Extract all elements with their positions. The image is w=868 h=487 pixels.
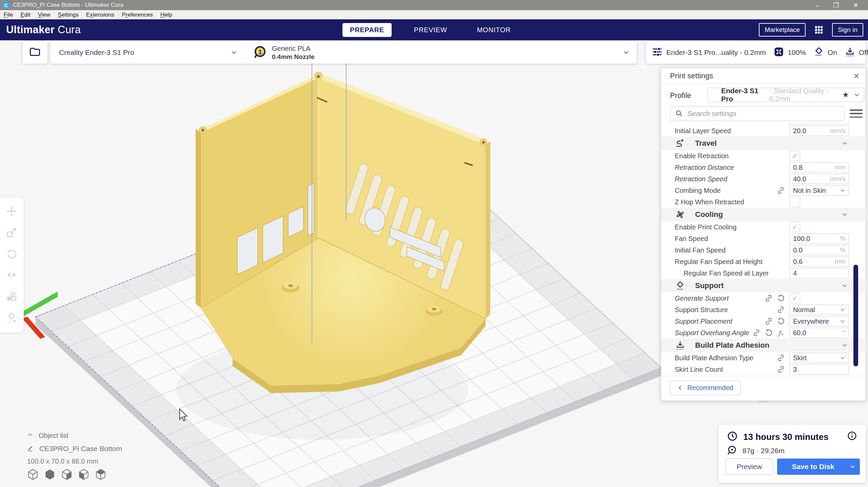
regular-fan-speed-at-layer-input[interactable]: 4 bbox=[789, 268, 849, 278]
view-cube-3d-button[interactable] bbox=[26, 469, 39, 482]
chevron-left-icon bbox=[677, 385, 683, 391]
menu-item-extensions[interactable]: Extensions bbox=[82, 10, 118, 19]
link-icon[interactable] bbox=[776, 305, 785, 314]
support-placement-select[interactable]: Everywhere bbox=[789, 316, 849, 326]
build-plate-adhesion-type-select[interactable]: Skirt bbox=[789, 353, 849, 363]
link-icon[interactable] bbox=[776, 353, 785, 362]
setting-row-regular-fan-speed-at-height: Regular Fan Speed at Height0.6mm bbox=[661, 256, 866, 267]
recommended-mode-button[interactable]: Recommended bbox=[670, 380, 741, 395]
support-structure-select[interactable]: Normal bbox=[789, 305, 849, 315]
pencil-icon bbox=[26, 444, 35, 453]
tool-scale-button[interactable] bbox=[5, 226, 18, 240]
z-hop-when-retracted-checkbox[interactable] bbox=[789, 197, 800, 207]
setting-label: Enable Print Cooling bbox=[675, 223, 736, 231]
settings-section-support[interactable]: Support bbox=[661, 279, 866, 292]
section-label: Travel bbox=[695, 139, 717, 148]
info-icon[interactable] bbox=[847, 431, 857, 442]
regular-fan-speed-at-height-input[interactable]: 0.6mm bbox=[789, 257, 849, 267]
generate-support-checkbox[interactable]: ✓ bbox=[789, 293, 800, 303]
object-list-item[interactable]: CE3PRO_Pi Case Bottom bbox=[26, 444, 169, 453]
close-icon[interactable]: ✕ bbox=[853, 2, 859, 8]
search-input[interactable]: Search settings bbox=[670, 106, 845, 121]
chevron-down-icon bbox=[841, 342, 848, 349]
menu-item-view[interactable]: View bbox=[34, 10, 54, 19]
settings-section-travel[interactable]: Travel bbox=[661, 137, 866, 150]
restore-icon[interactable]: ❐ bbox=[833, 2, 839, 8]
profile-name: Ender-3 S1 Pro bbox=[721, 87, 767, 103]
menu-item-file[interactable]: File bbox=[0, 10, 17, 19]
enable-retraction-checkbox[interactable]: ✓ bbox=[789, 151, 800, 161]
tab-monitor[interactable]: MONITOR bbox=[470, 23, 518, 37]
material-selector[interactable]: 1 Generic PLA 0.4mm Nozzle bbox=[246, 41, 637, 64]
save-to-disk-button[interactable]: Save to Disk bbox=[777, 459, 860, 475]
chevron-up-icon bbox=[26, 431, 34, 440]
settings-menu-icon[interactable] bbox=[850, 108, 863, 119]
fan-speed-input[interactable]: 100.0% bbox=[789, 234, 849, 244]
panel-resize-handle[interactable]: ••• bbox=[759, 399, 768, 406]
link-icon[interactable] bbox=[764, 294, 773, 303]
summary-profile: Ender-3 S1 Pro...uality - 0.2mm bbox=[666, 48, 766, 57]
link-icon[interactable] bbox=[776, 365, 785, 374]
setting-unit: mm bbox=[835, 164, 846, 171]
settings-section-build-plate-adhesion[interactable]: Build Plate Adhesion bbox=[661, 339, 866, 352]
support-icon bbox=[813, 46, 824, 59]
retraction-speed-input[interactable]: 40.0mm/s bbox=[789, 174, 849, 184]
setting-icons bbox=[776, 365, 785, 374]
adhesion-icon bbox=[845, 46, 855, 59]
tab-preview[interactable]: PREVIEW bbox=[407, 23, 455, 37]
initial-fan-speed-input[interactable]: 0.0% bbox=[789, 245, 849, 255]
open-file-button[interactable] bbox=[22, 41, 47, 64]
view-cube-top-button[interactable] bbox=[94, 469, 107, 482]
stage-tabs: PREPAREPREVIEWMONITOR bbox=[342, 19, 518, 40]
tool-rotate-button[interactable] bbox=[5, 248, 18, 261]
tool-per-model-settings-button[interactable] bbox=[5, 290, 18, 304]
star-icon[interactable]: ★ bbox=[842, 90, 849, 99]
setting-unit: % bbox=[840, 235, 846, 242]
setting-input[interactable] bbox=[789, 122, 849, 124]
apps-grid-icon[interactable] bbox=[814, 25, 824, 35]
tool-sidebar bbox=[0, 197, 24, 333]
fx-icon[interactable]: ƒₓ bbox=[776, 328, 785, 337]
menu-item-edit[interactable]: Edit bbox=[17, 10, 34, 19]
profile-dropdown[interactable]: Ender-3 S1 Pro - Standard Quality - 0.2m… bbox=[707, 88, 864, 102]
retraction-distance-input[interactable]: 0.8mm bbox=[789, 162, 849, 173]
close-icon[interactable]: × bbox=[854, 71, 859, 81]
tool-mirror-button[interactable] bbox=[5, 269, 18, 282]
minimize-icon[interactable]: – bbox=[815, 2, 819, 8]
enable-print-cooling-checkbox[interactable]: ✓ bbox=[789, 222, 800, 232]
link-icon[interactable] bbox=[764, 317, 773, 326]
model-dimensions: 100.0 x 70.0 x 88.0 mm bbox=[27, 458, 169, 465]
combing-mode-select[interactable]: Not in Skin bbox=[789, 185, 849, 196]
revert-icon[interactable] bbox=[776, 317, 785, 326]
menu-item-preferences[interactable]: Preferences bbox=[118, 10, 157, 19]
link-icon[interactable] bbox=[776, 186, 785, 195]
support-overhang-angle-input[interactable]: 60.0° bbox=[789, 328, 849, 338]
settings-section-cooling[interactable]: Cooling bbox=[661, 208, 866, 221]
tool-support-blocker-button[interactable] bbox=[5, 311, 18, 325]
view-cube-left-button[interactable] bbox=[77, 469, 90, 482]
tab-prepare[interactable]: PREPARE bbox=[342, 23, 392, 37]
setting-row-build-plate-adhesion-type: Build Plate Adhesion TypeSkirt bbox=[661, 352, 866, 364]
initial-layer-speed-input[interactable]: 20.0mm/s bbox=[789, 126, 849, 136]
mirror-icon bbox=[6, 269, 17, 282]
skirt-line-count-input[interactable]: 3 bbox=[789, 364, 849, 374]
panel-scrollbar[interactable] bbox=[853, 265, 858, 366]
tool-move-button[interactable] bbox=[5, 205, 18, 219]
marketplace-button[interactable]: Marketplace bbox=[759, 23, 806, 37]
setting-label: Skirt Line Count bbox=[675, 366, 723, 373]
action-panel: 13 hours 30 minutes 87g · 29.26m Preview… bbox=[718, 425, 866, 483]
menu-item-help[interactable]: Help bbox=[157, 10, 176, 19]
preview-button[interactable]: Preview bbox=[726, 459, 773, 475]
sign-in-button[interactable]: Sign in bbox=[832, 23, 863, 37]
menu-item-settings[interactable]: Settings bbox=[54, 10, 82, 19]
view-cube-solid-button[interactable] bbox=[43, 469, 56, 482]
configuration-bar: Creality Ender-3 S1 Pro 1 Generic PLA 0.… bbox=[50, 41, 637, 64]
print-settings-summary[interactable]: Ender-3 S1 Pro...uality - 0.2mm 100% On … bbox=[646, 41, 866, 64]
revert-icon[interactable] bbox=[776, 294, 785, 303]
setting-value: 4 bbox=[793, 269, 797, 277]
revert-icon[interactable] bbox=[764, 328, 773, 337]
printer-selector[interactable]: Creality Ender-3 S1 Pro bbox=[50, 41, 246, 64]
link-icon[interactable] bbox=[752, 328, 761, 337]
view-cube-right-button[interactable] bbox=[60, 469, 73, 482]
object-list-toggle[interactable]: Object list bbox=[26, 431, 169, 440]
